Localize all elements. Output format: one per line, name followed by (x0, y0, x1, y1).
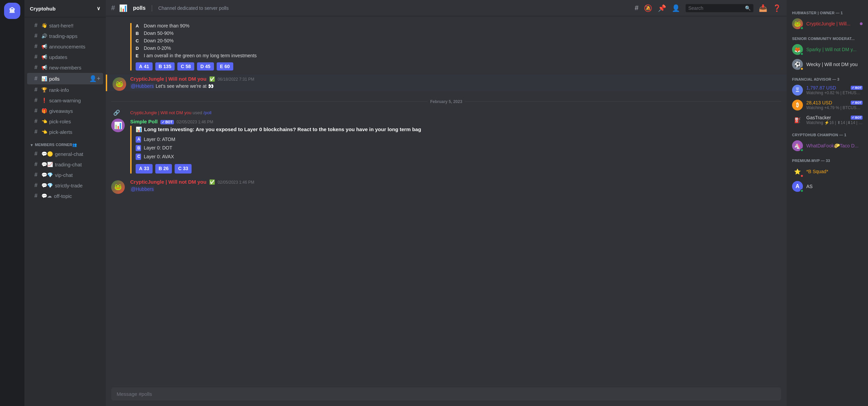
help-icon[interactable]: ❓ (773, 4, 781, 12)
member-name-gastracker: GasTracker (806, 115, 849, 120)
topbar: # 📊 polls | Channel dedicated to server … (106, 0, 787, 16)
hash-icon: # (33, 161, 39, 167)
vote-badge-E[interactable]: E 60 (217, 62, 233, 70)
message-input[interactable]: Message #polls (111, 387, 781, 401)
members-sidebar: HUBMASTER | OWNER — 1 🐸 CrypticJungle | … (787, 0, 868, 406)
search-bar[interactable]: Search 🔍 (686, 4, 753, 12)
channel-item-scam-warning[interactable]: # ❗ scam-warning (27, 95, 103, 105)
purple-dot-crypticjungle (860, 22, 863, 25)
channel-item-pick-roles[interactable]: # 👈 pick-roles (27, 116, 103, 126)
vote-badge-C[interactable]: C 58 (177, 62, 194, 70)
message-header-msg1: CrypticJungle | Will not DM you ✅ 06/18/… (130, 76, 781, 82)
channel-list: # 👋 start-here‼ # 🔊 trading-apps # 📢 ann… (24, 17, 106, 406)
channel-item-polls[interactable]: # 📊 polls 👤+ (27, 73, 103, 84)
member-avatar-whatdafook: 🦄 (792, 140, 803, 151)
command-link[interactable]: /poll (203, 110, 212, 115)
server-sidebar: 🏛 (0, 0, 24, 406)
hash-icon: # (33, 76, 39, 82)
members-icon[interactable]: 👤 (672, 4, 680, 12)
member-name-wecky: Wecky | Will not DM you (806, 62, 863, 67)
member-item-as[interactable]: A AS (789, 179, 865, 194)
mute-icon[interactable]: 🔕 (644, 4, 652, 12)
channel-item-announcements[interactable]: # 📢 announcements (27, 41, 103, 52)
inbox-icon[interactable]: 📥 (759, 4, 767, 12)
members-corner-category[interactable]: ▼ MEMBERS CORNER👥 (24, 137, 106, 148)
poll2-vote-badge-C[interactable]: C 33 (175, 164, 192, 174)
poll2-option-C: C Layer 0: AVAX (136, 154, 781, 160)
hash-icon: # (33, 129, 39, 135)
member-name-sparky: Sparky | Will not DM y... (806, 47, 863, 52)
member-item-crypticjungle[interactable]: 🐸 CrypticJungle | Will... (789, 16, 865, 31)
slash-command-icon: 🔗 (113, 109, 120, 116)
add-member-icon[interactable]: 👤+ (89, 75, 100, 82)
topbar-divider: | (151, 4, 153, 12)
members-category-premium-mvp: PREMIUM-MVP — 33 (789, 156, 865, 164)
bot-badge-simple-poll: ✓ BOT (160, 120, 174, 124)
topbar-channel-name: polls (133, 5, 145, 11)
member-item-gastracker[interactable]: ⛽ GasTracker ✓ BOT Watching ⚡16 | ⬆14 |⬇… (789, 113, 865, 127)
members-category-hubmaster: HUBMASTER | OWNER — 1 (789, 8, 865, 16)
main-content: # 📊 polls | Channel dedicated to server … (106, 0, 787, 406)
vote-badge-D[interactable]: D 45 (197, 62, 214, 70)
server-icon[interactable]: 🏛 (4, 3, 20, 19)
member-item-bsquad[interactable]: ⭐ *B Squad* (789, 164, 865, 179)
vote-badge-B[interactable]: B 135 (155, 62, 175, 70)
channel-item-vip-chat[interactable]: # 💬💎 vip-chat (27, 170, 103, 180)
message-avatar-simple-poll: 📊 (111, 119, 125, 132)
channel-item-strictly-trade[interactable]: # 💬💎 strictly-trade (27, 180, 103, 190)
channel-item-giveaways[interactable]: # 🎁 giveaways (27, 106, 103, 116)
verified-badge2: ✅ (209, 179, 215, 185)
channel-item-updates[interactable]: # 📢 updates (27, 52, 103, 62)
member-item-whatdafook[interactable]: 🦄 WhatDaFook🌮Taco D... (789, 138, 865, 153)
channel-item-start-here[interactable]: # 👋 start-here‼ (27, 20, 103, 31)
member-item-wecky[interactable]: ⚽ Wecky | Will not DM you (789, 57, 865, 72)
member-name-eth: 1,797.87 USD (806, 85, 849, 90)
member-item-btc[interactable]: ₿ 28,413 USD ✓ BOT Watching +4.79 % | BT… (789, 98, 865, 113)
hash-icon: # (33, 54, 39, 60)
topbar-description: Channel dedicated to server polls (158, 5, 229, 11)
channel-item-off-topic[interactable]: # 💬☁ off-topic (27, 191, 103, 201)
search-placeholder: Search (688, 5, 742, 11)
poll2-vote-badge-B[interactable]: B 26 (155, 164, 172, 174)
search-icon: 🔍 (745, 5, 751, 11)
channel-item-rank-info[interactable]: # 🏆 rank-info (27, 85, 103, 95)
date-separator: February 5, 2023 (106, 94, 787, 109)
member-name-btc: 28,413 USD (806, 100, 849, 105)
poll2-vote-badge-A[interactable]: A 33 (136, 164, 153, 174)
status-online-crypticjungle (800, 26, 804, 30)
message-group-simple-poll: 📊 Simple Poll ✓ BOT 02/05/2023 1:46 PM 📊… (106, 116, 787, 175)
channel-item-pick-alerts[interactable]: # 👈 pick-alerts (27, 127, 103, 137)
hash-icon: # (33, 151, 39, 157)
vote-badge-A[interactable]: A 41 (136, 62, 153, 70)
members-category-champion: CRYPTOHUB CHAMPION — 1 (789, 130, 865, 138)
bot-badge-gastracker: ✓ BOT (851, 116, 863, 120)
poll1-votes: A 41 B 135 C 58 D 45 (136, 62, 781, 70)
poll1-card: A Down more than 90% B Down 50-90% C Dow… (130, 23, 781, 70)
bot-badge-btc: ✓ BOT (851, 101, 863, 105)
member-item-eth[interactable]: Ξ 1,797.87 USD ✓ BOT Watching +0.82 % | … (789, 83, 865, 98)
channel-hash-icon: # (111, 4, 115, 12)
messages-area: A Down more than 90% B Down 50-90% C Dow… (106, 16, 787, 387)
member-avatar-eth: Ξ (792, 85, 803, 96)
system-message-text: used (193, 110, 203, 115)
poll2-option-B: B Layer 0: DOT (136, 145, 781, 151)
topbar-actions: # 🔕 📌 👤 Search 🔍 📥 ❓ (635, 4, 781, 12)
mention-hubbers2: @Hubbers (130, 186, 154, 192)
system-message-used-poll: 🔗 CrypticJungle | Will not DM you used /… (106, 109, 787, 116)
server-header[interactable]: Cryptohub ∨ (24, 0, 106, 17)
pin-icon[interactable]: 📌 (658, 4, 666, 12)
member-item-sparky[interactable]: 🦊 Sparky | Will not DM y... (789, 42, 865, 57)
poll2-options: A Layer 0: ATOM B Layer 0: DOT C Layer 0… (136, 136, 781, 160)
channel-item-trading-chat[interactable]: # 💬📈 trading-chat (27, 159, 103, 169)
message-content-simple-poll: 📊 Long term investing: Are you exposed t… (130, 126, 781, 174)
channel-item-general-chat[interactable]: # 💬🟡 general-chat (27, 149, 103, 159)
threads-icon[interactable]: # (635, 4, 638, 12)
channel-item-trading-apps[interactable]: # 🔊 trading-apps (27, 31, 103, 41)
chevron-down-icon: ∨ (97, 5, 100, 12)
message-content-msg1: @Hubbers Let's see where we're at 👀 (130, 83, 781, 90)
message-header-msg2: CrypticJungle | Will not DM you ✅ 02/05/… (130, 179, 781, 185)
channel-item-new-members[interactable]: # 📢 new-members (27, 62, 103, 73)
member-avatar-crypticjungle: 🐸 (792, 18, 803, 29)
hash-icon: # (33, 33, 39, 39)
message-author-crypticjungle2: CrypticJungle | Will not DM you (130, 179, 206, 185)
